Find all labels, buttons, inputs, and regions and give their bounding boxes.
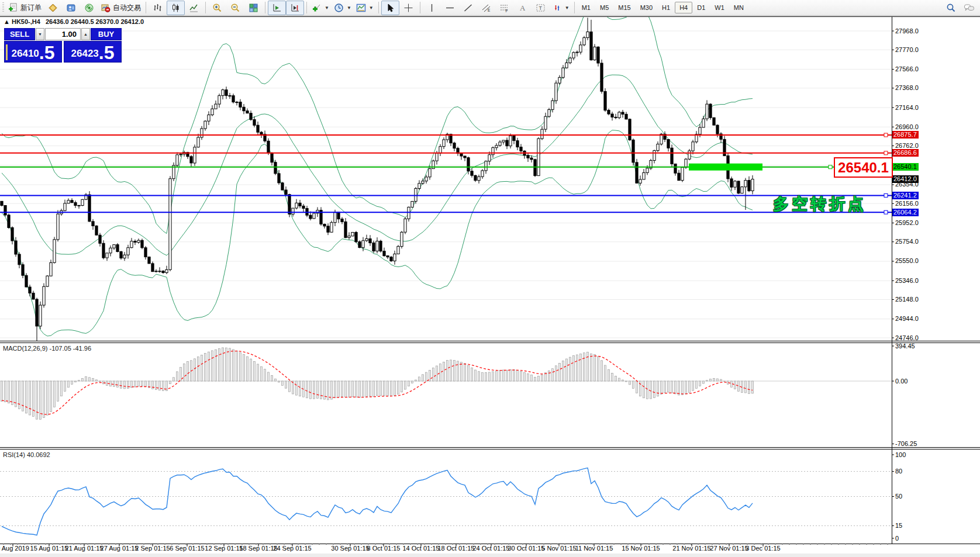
timeframe-d1[interactable]: D1 [692, 2, 710, 13]
price-tick-label: 25346.0 [895, 277, 919, 285]
zoom-out-button[interactable] [226, 1, 244, 15]
time-axis-label: 18 Oct 01:15 [438, 545, 475, 552]
indicators-button[interactable]: ▼ [309, 1, 332, 15]
chart-canvas[interactable] [0, 16, 980, 557]
time-axis-label: 14 Oct 01:15 [403, 545, 440, 552]
timeframe-m5[interactable]: M5 [595, 2, 613, 13]
trendline-icon [463, 3, 473, 13]
vertical-line-icon [427, 3, 437, 13]
indicators-icon [312, 3, 322, 13]
macd-scale-label: 0.00 [895, 378, 907, 385]
main-toolbar: 新订单 自动交易 [0, 0, 980, 16]
new-order-button[interactable]: 新订单 [6, 1, 44, 15]
buy-price-box[interactable]: 26423 .5 [64, 41, 122, 63]
sell-price-box[interactable]: 26410 .5 [4, 41, 62, 63]
text-button[interactable]: A [513, 1, 532, 15]
timeframe-h1[interactable]: H1 [657, 2, 675, 13]
publisher-button[interactable] [62, 1, 80, 15]
volume-decrease-button[interactable]: ▼ [36, 28, 44, 40]
zoom-out-icon [230, 3, 240, 13]
toolbar-separator [205, 2, 206, 13]
arrows-button[interactable]: ▼ [550, 1, 572, 15]
auto-scroll-icon [272, 3, 282, 13]
periods-button[interactable]: ▼ [332, 1, 354, 15]
price-tick-label: 27968.0 [895, 27, 919, 35]
autotrading-button[interactable]: 自动交易 [98, 1, 143, 15]
time-axis-label: 15 Aug 01:15 [30, 545, 68, 552]
search-button[interactable] [942, 1, 960, 15]
toolbar-separator [265, 2, 265, 13]
chart-symbol-info: ▲ HK50-,H4 26436.0 26440.5 26370.0 26412… [4, 18, 144, 25]
publisher-icon [66, 3, 76, 13]
horizontal-line-button[interactable] [441, 1, 459, 15]
signals-button[interactable] [80, 1, 98, 15]
crosshair-button[interactable] [399, 1, 417, 15]
collapse-arrow-icon[interactable]: ▲ [4, 18, 10, 25]
svg-text:T: T [539, 5, 542, 11]
chat-button[interactable] [960, 1, 978, 15]
time-axis-label: 8 Oct 01:15 [367, 545, 401, 552]
rsi-scale-label: 100 [895, 451, 906, 459]
timeframe-h4[interactable]: H4 [675, 2, 692, 13]
bar-chart-button[interactable] [149, 1, 167, 15]
tile-windows-button[interactable] [244, 1, 263, 15]
ohlc-values: 26436.0 26440.5 26370.0 26412.0 [46, 18, 144, 25]
rsi-scale-label: 80 [895, 468, 902, 475]
one-click-trade-panel: SELL ▼ 1.00 ▲ BUY 26410 .5 26423 .5 [4, 28, 122, 63]
time-axis-label: 5 Nov 01:15 [541, 545, 576, 552]
cursor-icon [385, 3, 395, 13]
candlestick-chart-button[interactable] [167, 1, 185, 15]
equidistant-channel-button[interactable]: E [477, 1, 495, 15]
zoom-in-button[interactable] [208, 1, 226, 15]
bull-bear-pivot-note[interactable]: 多空转折点 [773, 193, 867, 215]
timeframe-m30[interactable]: M30 [636, 2, 657, 13]
market-watch-button[interactable] [44, 1, 62, 15]
line-chart-icon [189, 3, 199, 13]
cursor-button[interactable] [381, 1, 399, 15]
time-axis-label: 2 Sep 01:15 [135, 545, 170, 552]
timeframe-m1[interactable]: M1 [577, 2, 595, 13]
trendline-button[interactable] [459, 1, 477, 15]
bar-chart-icon [153, 3, 163, 13]
price-tick-label: 24944.0 [895, 315, 919, 323]
fibonacci-icon: F [499, 3, 509, 13]
sell-button[interactable]: SELL [4, 28, 35, 40]
fibonacci-button[interactable]: F [495, 1, 513, 15]
arrows-dropdown-caret[interactable]: ▼ [565, 5, 570, 11]
auto-scroll-button[interactable] [268, 1, 286, 15]
volume-increase-button[interactable]: ▲ [81, 28, 90, 40]
timeframe-w1[interactable]: W1 [710, 2, 729, 13]
text-label-button[interactable]: T [532, 1, 550, 15]
vertical-line-button[interactable] [423, 1, 441, 15]
arrows-icon [552, 3, 562, 13]
templates-dropdown-caret[interactable]: ▼ [369, 5, 374, 11]
line-chart-button[interactable] [185, 1, 203, 15]
toolbar-grip[interactable] [2, 2, 4, 13]
buy-button[interactable]: BUY [91, 28, 122, 40]
autotrading-icon [101, 3, 111, 13]
chart-window: ▲ HK50-,H4 26436.0 26440.5 26370.0 26412… [0, 16, 980, 557]
search-icon [946, 3, 956, 13]
crosshair-icon [403, 3, 413, 13]
symbol-period-label: HK50-,H4 [12, 18, 40, 25]
horizontal-line-icon [445, 3, 455, 13]
level-price-tag: 26064.2 [892, 209, 919, 216]
templates-button[interactable]: ▼ [354, 1, 376, 15]
candlestick-icon [171, 3, 181, 13]
periods-dropdown-caret[interactable]: ▼ [347, 5, 351, 11]
time-axis-label: 9 Aug 2019 [0, 545, 29, 552]
timeframe-mn[interactable]: MN [729, 2, 748, 13]
pivot-price-callout[interactable]: 26540.1 [834, 157, 893, 178]
channel-icon: E [481, 3, 491, 13]
new-order-icon [8, 3, 18, 13]
time-axis-label: 3 Dec 01:15 [746, 545, 780, 552]
timeframe-m15[interactable]: M15 [613, 2, 635, 13]
volume-input[interactable]: 1.00 [45, 28, 81, 40]
indicators-dropdown-caret[interactable]: ▼ [325, 5, 329, 11]
macd-label: MACD(12,26,9) -107.05 -41.96 [3, 345, 91, 352]
level-price-tag: 26241.2 [892, 192, 919, 199]
toolbar-separator [306, 2, 307, 13]
toolbar-separator [420, 2, 420, 13]
time-axis-label: 30 Sep 01:15 [331, 545, 369, 552]
chart-shift-button[interactable] [286, 1, 304, 15]
